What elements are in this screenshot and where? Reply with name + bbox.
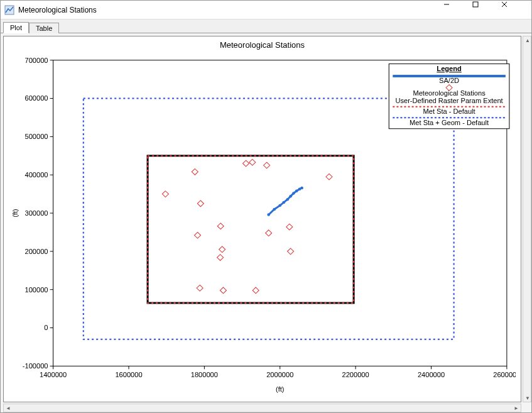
svg-point-46 — [300, 187, 303, 189]
station-marker — [288, 248, 294, 255]
tab-bar: Plot Table — [1, 19, 531, 33]
y-axis-label: (ft) — [11, 209, 19, 217]
station-marker — [264, 162, 270, 168]
legend-item-label: User-Defined Raster Param Extent — [395, 97, 502, 104]
scroll-down-icon[interactable]: ▼ — [523, 394, 532, 402]
legend-item-label: Meteorological Stations — [413, 89, 486, 97]
svg-text:2600000: 2600000 — [493, 371, 516, 378]
station-marker — [286, 224, 293, 230]
chart-title: Meteorological Stations — [4, 36, 521, 53]
svg-point-39 — [278, 204, 281, 207]
svg-point-43 — [292, 192, 295, 194]
svg-text:2200000: 2200000 — [342, 371, 369, 378]
titlebar: Meteorological Stations — [1, 1, 531, 19]
station-marker — [219, 246, 225, 253]
svg-text:100000: 100000 — [25, 286, 48, 294]
svg-text:700000: 700000 — [25, 57, 48, 64]
window-controls — [443, 1, 530, 19]
svg-point-41 — [286, 198, 289, 201]
horizontal-scrollbar[interactable]: ◄ ► — [3, 404, 521, 412]
station-marker — [326, 173, 332, 180]
svg-text:400000: 400000 — [25, 171, 48, 179]
app-icon — [4, 5, 14, 15]
svg-text:2400000: 2400000 — [418, 371, 445, 378]
legend-item-label: Met Sta + Geom - Default — [410, 119, 489, 126]
app-window: Meteorological Stations Plot Table Meteo… — [0, 0, 532, 413]
svg-text:1400000: 1400000 — [40, 371, 67, 378]
station-marker — [217, 255, 224, 261]
tab-table[interactable]: Table — [29, 23, 59, 33]
scroll-up-icon[interactable]: ▲ — [523, 36, 532, 44]
x-axis-label: (ft) — [276, 385, 285, 393]
svg-text:0: 0 — [44, 324, 48, 332]
station-marker — [194, 232, 200, 238]
svg-text:500000: 500000 — [25, 133, 48, 140]
vertical-scrollbar[interactable]: ▲ ▼ — [523, 36, 531, 402]
station-marker — [192, 168, 198, 175]
svg-text:1600000: 1600000 — [115, 371, 142, 378]
scroll-left-icon[interactable]: ◄ — [4, 404, 13, 412]
svg-point-42 — [289, 195, 292, 197]
station-marker — [217, 223, 224, 229]
station-marker — [243, 160, 249, 167]
legend-item-label: SA/2D — [439, 77, 459, 84]
svg-text:-100000: -100000 — [23, 362, 48, 370]
series-rect — [148, 156, 354, 303]
chart-frame: Meteorological Stations 1400000160000018… — [3, 36, 521, 402]
legend-title: Legend — [437, 65, 461, 72]
svg-text:2000000: 2000000 — [266, 371, 293, 378]
svg-text:200000: 200000 — [25, 248, 48, 255]
station-marker — [197, 201, 204, 207]
station-marker — [162, 191, 168, 197]
svg-point-40 — [282, 201, 285, 204]
station-marker — [252, 287, 259, 294]
svg-rect-2 — [473, 2, 478, 7]
minimize-button[interactable] — [443, 1, 472, 19]
close-button[interactable] — [501, 1, 530, 19]
tab-plot[interactable]: Plot — [3, 22, 29, 33]
station-marker — [266, 230, 272, 236]
svg-point-37 — [267, 213, 270, 216]
station-marker — [220, 287, 226, 294]
scroll-right-icon[interactable]: ► — [512, 404, 521, 412]
window-title: Meteorological Stations — [18, 6, 443, 14]
series-rect — [148, 156, 354, 303]
chart-canvas[interactable]: 1400000160000018000002000000220000024000… — [9, 54, 516, 397]
svg-point-38 — [273, 208, 276, 211]
station-marker — [249, 159, 256, 165]
station-marker — [197, 285, 203, 291]
legend-item-label: Met Sta - Default — [423, 108, 475, 116]
svg-text:300000: 300000 — [25, 209, 48, 217]
svg-point-44 — [295, 190, 298, 192]
maximize-button[interactable] — [472, 1, 501, 19]
svg-text:1800000: 1800000 — [191, 371, 218, 378]
content-area: Meteorological Stations 1400000160000018… — [1, 33, 531, 412]
svg-text:600000: 600000 — [25, 95, 48, 102]
